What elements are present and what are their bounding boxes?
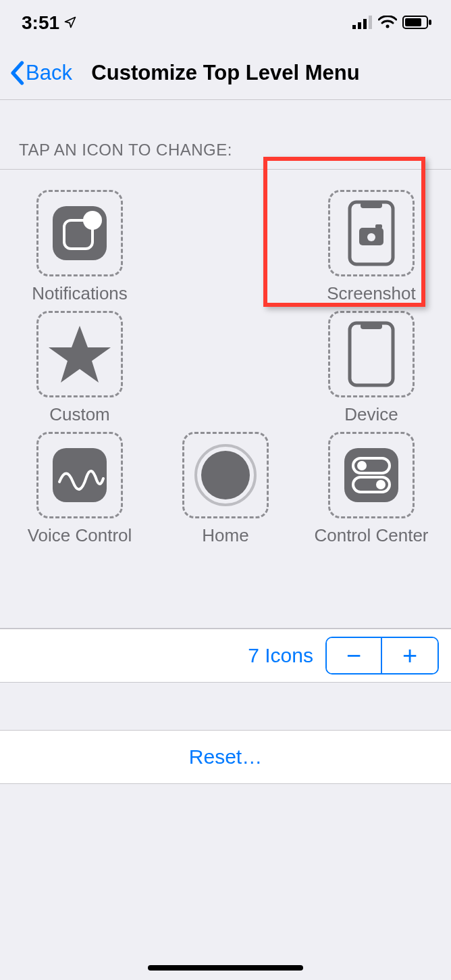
svg-rect-21 bbox=[344, 448, 398, 502]
stepper-plus-button[interactable]: + bbox=[382, 638, 437, 673]
screenshot-icon bbox=[347, 199, 396, 267]
reset-row: Reset… bbox=[0, 730, 451, 784]
stepper-minus-button[interactable]: − bbox=[327, 638, 382, 673]
svg-rect-6 bbox=[405, 18, 421, 26]
menu-item-screenshot[interactable]: Screenshot bbox=[304, 190, 439, 304]
svg-point-14 bbox=[367, 233, 375, 241]
device-icon bbox=[347, 320, 396, 388]
svg-rect-7 bbox=[429, 20, 431, 25]
home-button-icon bbox=[192, 441, 259, 509]
notifications-label: Notifications bbox=[32, 283, 128, 304]
svg-rect-0 bbox=[352, 25, 356, 29]
svg-rect-18 bbox=[53, 448, 107, 502]
status-right bbox=[352, 12, 432, 34]
nav-bar: Back Customize Top Level Menu bbox=[0, 46, 451, 100]
menu-item-device[interactable]: Device bbox=[304, 311, 439, 425]
menu-item-notifications[interactable]: Notifications bbox=[12, 190, 147, 304]
voice-control-icon bbox=[49, 445, 110, 506]
status-bar: 3:51 bbox=[0, 0, 451, 46]
screenshot-label: Screenshot bbox=[327, 283, 416, 304]
control-center-icon bbox=[341, 445, 402, 506]
svg-rect-2 bbox=[363, 19, 367, 29]
device-label: Device bbox=[344, 404, 398, 425]
menu-item-voice-control[interactable]: Voice Control bbox=[12, 432, 147, 546]
svg-point-10 bbox=[83, 211, 102, 230]
notifications-icon bbox=[49, 203, 110, 264]
svg-rect-16 bbox=[350, 323, 393, 385]
icon-count-row: 7 Icons − + bbox=[0, 629, 451, 683]
custom-label: Custom bbox=[49, 404, 110, 425]
svg-rect-3 bbox=[369, 16, 372, 29]
svg-rect-17 bbox=[361, 323, 382, 329]
icon-count-label: 7 Icons bbox=[248, 644, 313, 667]
svg-point-4 bbox=[386, 25, 390, 28]
menu-item-control-center[interactable]: Control Center bbox=[304, 432, 439, 546]
cellular-icon bbox=[352, 12, 373, 34]
reset-button[interactable]: Reset… bbox=[189, 745, 262, 768]
icon-grid-section: Notifications Screenshot bbox=[0, 169, 451, 629]
svg-rect-12 bbox=[361, 202, 382, 208]
control-center-label: Control Center bbox=[314, 525, 428, 546]
status-time: 3:51 bbox=[22, 12, 59, 34]
chevron-left-icon bbox=[9, 61, 24, 85]
back-button[interactable]: Back bbox=[9, 61, 72, 85]
home-label: Home bbox=[202, 525, 248, 546]
wifi-icon bbox=[378, 12, 397, 34]
svg-point-25 bbox=[376, 480, 386, 489]
location-icon bbox=[63, 12, 77, 34]
menu-item-home[interactable]: Home bbox=[158, 432, 293, 546]
svg-point-23 bbox=[357, 461, 367, 470]
svg-rect-1 bbox=[358, 22, 361, 29]
icon-count-stepper: − + bbox=[325, 637, 439, 675]
section-header: TAP AN ICON TO CHANGE: bbox=[0, 100, 451, 169]
svg-point-20 bbox=[201, 451, 250, 499]
voice-control-label: Voice Control bbox=[28, 525, 132, 546]
back-label: Back bbox=[26, 61, 72, 85]
menu-item-custom[interactable]: Custom bbox=[12, 311, 147, 425]
status-left: 3:51 bbox=[22, 12, 77, 34]
battery-icon bbox=[402, 12, 432, 34]
star-icon bbox=[46, 320, 113, 388]
svg-rect-15 bbox=[375, 224, 382, 228]
home-indicator bbox=[148, 965, 303, 971]
